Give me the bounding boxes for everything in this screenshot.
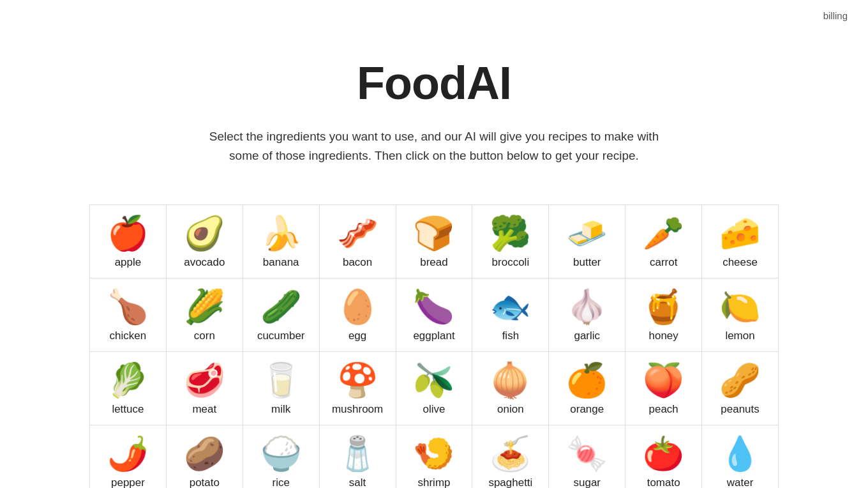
- onion-emoji: 🧅: [490, 363, 531, 397]
- eggplant-emoji: 🍆: [413, 290, 454, 323]
- avocado-emoji: 🥑: [184, 217, 225, 250]
- banana-label: banana: [263, 256, 299, 269]
- cucumber-emoji: 🥒: [260, 290, 302, 323]
- bacon-label: bacon: [343, 256, 372, 269]
- ingredient-card-cucumber[interactable]: 🥒cucumber: [243, 278, 320, 352]
- ingredient-card-olive[interactable]: 🫒olive: [396, 352, 473, 425]
- honey-emoji: 🍯: [643, 290, 684, 323]
- broccoli-emoji: 🥦: [490, 217, 531, 250]
- potato-emoji: 🥔: [184, 437, 225, 470]
- ingredient-card-rice[interactable]: 🍚rice: [243, 425, 320, 488]
- eggplant-label: eggplant: [413, 330, 454, 342]
- ingredient-card-mushroom[interactable]: 🍄mushroom: [320, 352, 396, 425]
- ingredient-card-sugar[interactable]: 🍬sugar: [549, 425, 625, 488]
- ingredient-card-meat[interactable]: 🥩meat: [167, 352, 243, 425]
- ingredient-card-pepper[interactable]: 🌶️pepper: [90, 425, 167, 488]
- ingredient-card-cheese[interactable]: 🧀cheese: [702, 205, 779, 278]
- ingredient-card-salt[interactable]: 🧂salt: [320, 425, 396, 488]
- ingredient-card-tomato[interactable]: 🍅tomato: [625, 425, 702, 488]
- onion-label: onion: [497, 403, 524, 416]
- fish-label: fish: [502, 330, 519, 342]
- tomato-emoji: 🍅: [643, 437, 684, 470]
- shrimp-label: shrimp: [417, 477, 450, 488]
- ingredient-card-broccoli[interactable]: 🥦broccoli: [472, 205, 549, 278]
- carrot-emoji: 🥕: [643, 217, 684, 250]
- ingredient-card-chicken[interactable]: 🍗chicken: [90, 278, 167, 352]
- bacon-emoji: 🥓: [337, 217, 378, 250]
- apple-label: apple: [115, 256, 142, 269]
- ingredient-card-bacon[interactable]: 🥓bacon: [320, 205, 396, 278]
- butter-emoji: 🧈: [566, 217, 608, 250]
- water-emoji: 💧: [719, 437, 761, 470]
- broccoli-label: broccoli: [492, 256, 530, 269]
- ingredient-card-butter[interactable]: 🧈butter: [549, 205, 625, 278]
- ingredient-card-eggplant[interactable]: 🍆eggplant: [396, 278, 473, 352]
- lemon-emoji: 🍋: [719, 290, 761, 323]
- carrot-label: carrot: [650, 256, 677, 269]
- ingredient-card-bread[interactable]: 🍞bread: [396, 205, 473, 278]
- cheese-label: cheese: [722, 256, 758, 269]
- ingredient-card-fish[interactable]: 🐟fish: [472, 278, 549, 352]
- ingredient-card-water[interactable]: 💧water: [702, 425, 779, 488]
- shrimp-emoji: 🍤: [413, 437, 454, 470]
- corn-emoji: 🌽: [184, 290, 225, 323]
- milk-emoji: 🥛: [260, 363, 302, 397]
- rice-label: rice: [273, 477, 290, 488]
- fish-emoji: 🐟: [490, 290, 531, 323]
- egg-emoji: 🥚: [337, 290, 378, 323]
- meat-emoji: 🥩: [184, 363, 225, 397]
- peach-label: peach: [649, 403, 678, 416]
- lettuce-emoji: 🥬: [107, 363, 149, 397]
- orange-emoji: 🍊: [566, 363, 608, 397]
- bread-emoji: 🍞: [413, 217, 454, 250]
- salt-label: salt: [349, 477, 366, 488]
- ingredient-card-honey[interactable]: 🍯honey: [625, 278, 702, 352]
- corn-label: corn: [194, 330, 215, 342]
- billing-link[interactable]: billing: [823, 10, 848, 21]
- peanuts-emoji: 🥜: [719, 363, 761, 397]
- ingredients-grid: 🍎apple🥑avocado🍌banana🥓bacon🍞bread🥦brocco…: [89, 204, 779, 488]
- ingredient-card-corn[interactable]: 🌽corn: [167, 278, 243, 352]
- hero-description: Select the ingredients you want to use, …: [204, 127, 664, 166]
- ingredient-card-lettuce[interactable]: 🥬lettuce: [90, 352, 167, 425]
- ingredient-card-lemon[interactable]: 🍋lemon: [702, 278, 779, 352]
- rice-emoji: 🍚: [260, 437, 302, 470]
- ingredient-card-spaghetti[interactable]: 🍝spaghetti: [472, 425, 549, 488]
- tomato-label: tomato: [647, 477, 680, 488]
- spaghetti-emoji: 🍝: [490, 437, 531, 470]
- banana-emoji: 🍌: [260, 217, 302, 250]
- meat-label: meat: [192, 403, 216, 416]
- cucumber-label: cucumber: [257, 330, 305, 342]
- ingredient-card-avocado[interactable]: 🥑avocado: [167, 205, 243, 278]
- bread-label: bread: [420, 256, 447, 269]
- ingredient-card-carrot[interactable]: 🥕carrot: [625, 205, 702, 278]
- app-title: FoodAI: [13, 57, 855, 109]
- peach-emoji: 🍑: [643, 363, 684, 397]
- ingredient-card-onion[interactable]: 🧅onion: [472, 352, 549, 425]
- ingredient-card-shrimp[interactable]: 🍤shrimp: [396, 425, 473, 488]
- ingredient-card-apple[interactable]: 🍎apple: [90, 205, 167, 278]
- ingredient-card-egg[interactable]: 🥚egg: [320, 278, 396, 352]
- ingredient-card-garlic[interactable]: 🧄garlic: [549, 278, 625, 352]
- olive-label: olive: [423, 403, 445, 416]
- salt-emoji: 🧂: [337, 437, 378, 470]
- ingredient-card-orange[interactable]: 🍊orange: [549, 352, 625, 425]
- apple-emoji: 🍎: [107, 217, 149, 250]
- mushroom-label: mushroom: [332, 403, 383, 416]
- ingredient-card-milk[interactable]: 🥛milk: [243, 352, 320, 425]
- garlic-emoji: 🧄: [566, 290, 608, 323]
- hero-section: FoodAI Select the ingredients you want t…: [0, 31, 868, 179]
- water-label: water: [727, 477, 754, 488]
- chicken-label: chicken: [110, 330, 147, 342]
- pepper-emoji: 🌶️: [107, 437, 149, 470]
- peanuts-label: peanuts: [721, 403, 760, 416]
- olive-emoji: 🫒: [413, 363, 454, 397]
- ingredient-card-peanuts[interactable]: 🥜peanuts: [702, 352, 779, 425]
- honey-label: honey: [649, 330, 678, 342]
- ingredient-card-peach[interactable]: 🍑peach: [625, 352, 702, 425]
- lemon-label: lemon: [725, 330, 754, 342]
- ingredient-card-banana[interactable]: 🍌banana: [243, 205, 320, 278]
- mushroom-emoji: 🍄: [337, 363, 378, 397]
- ingredient-card-potato[interactable]: 🥔potato: [167, 425, 243, 488]
- avocado-label: avocado: [184, 256, 225, 269]
